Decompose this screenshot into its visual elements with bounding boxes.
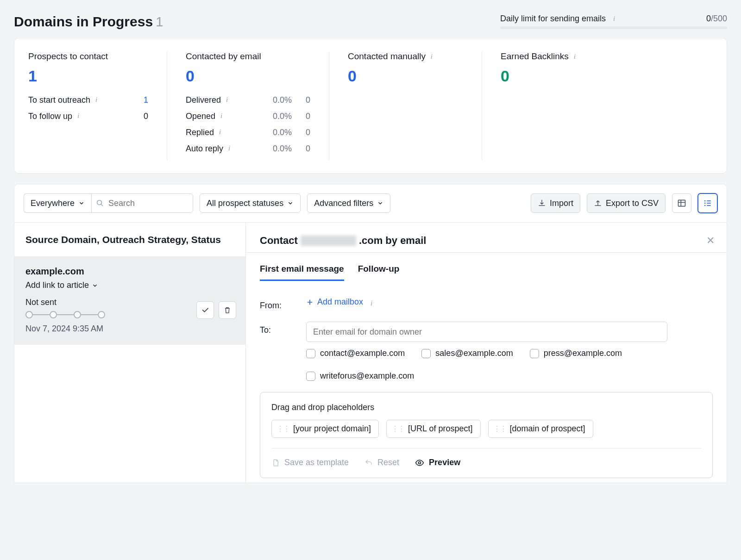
- list-heading: Source Domain, Outreach Strategy, Status: [14, 223, 245, 256]
- list-item-timestamp: Nov 7, 2024 9:35 AM: [25, 324, 234, 334]
- delivered-cnt: 0: [292, 95, 310, 105]
- info-icon[interactable]: i: [92, 96, 100, 104]
- view-list-button[interactable]: [698, 193, 717, 213]
- preview-button[interactable]: Preview: [415, 458, 460, 467]
- list-item[interactable]: example.com Add link to article Not sent…: [14, 256, 245, 345]
- import-button[interactable]: Import: [531, 193, 580, 213]
- svg-rect-2: [678, 200, 685, 206]
- download-icon: [538, 199, 546, 207]
- svg-point-11: [419, 461, 421, 464]
- daily-limit-bar: [500, 26, 727, 29]
- checkbox-icon: [306, 372, 315, 381]
- placeholders-title: Drag and drop placeholders: [271, 403, 701, 412]
- email-option[interactable]: sales@example.com: [421, 348, 513, 358]
- svg-line-1: [101, 204, 103, 206]
- toolbar: Everywhere All prospect statuses Advance…: [14, 184, 727, 222]
- contact-title: Contact .com by email: [260, 235, 713, 247]
- redacted-domain: [301, 236, 356, 246]
- check-icon: [201, 306, 209, 314]
- prospects-value[interactable]: 1: [28, 67, 148, 85]
- advanced-filters-button[interactable]: Advanced filters: [307, 193, 390, 213]
- info-icon[interactable]: i: [427, 53, 436, 61]
- to-start-label: To start outreach: [28, 95, 90, 105]
- info-icon[interactable]: i: [216, 128, 224, 137]
- trash-icon: [223, 306, 232, 314]
- backlinks-label: Earned Backlinks: [501, 51, 569, 61]
- opened-cnt: 0: [292, 112, 310, 121]
- upload-icon: [594, 199, 602, 207]
- close-icon[interactable]: ✕: [706, 235, 715, 247]
- email-option[interactable]: contact@example.com: [306, 348, 405, 358]
- tab-follow-up[interactable]: Follow-up: [358, 264, 400, 281]
- plus-icon: [306, 299, 314, 306]
- info-icon[interactable]: i: [74, 112, 82, 120]
- chevron-down-icon: [78, 200, 85, 206]
- chevron-down-icon: [377, 200, 383, 206]
- autoreply-cnt: 0: [292, 144, 310, 154]
- status-filter-dropdown[interactable]: All prospect statuses: [200, 193, 301, 213]
- daily-limit-used: 0: [706, 14, 711, 23]
- email-option[interactable]: press@example.com: [530, 348, 622, 358]
- to-follow-label: To follow up: [28, 112, 72, 121]
- opened-pct: 0.0%: [259, 112, 292, 121]
- page-title-count: 1: [156, 14, 163, 29]
- replied-pct: 0.0%: [259, 128, 292, 137]
- drag-icon: ⋮⋮: [493, 424, 506, 433]
- page-title: Domains in Progress1: [14, 14, 163, 30]
- delivered-pct: 0.0%: [259, 95, 292, 105]
- save-template-button[interactable]: Save as template: [271, 458, 349, 467]
- eye-icon: [415, 458, 424, 467]
- tab-first-email[interactable]: First email message: [260, 264, 344, 281]
- reset-button[interactable]: Reset: [364, 458, 399, 467]
- table-icon: [677, 199, 686, 208]
- stats-card: Prospects to contact 1 To start outreach…: [14, 38, 727, 174]
- placeholder-chip[interactable]: ⋮⋮[URL of prospect]: [386, 420, 480, 438]
- to-follow-value: 0: [130, 112, 148, 121]
- replied-label: Replied: [186, 128, 214, 137]
- search-input[interactable]: [91, 193, 193, 213]
- to-start-value[interactable]: 1: [139, 95, 148, 105]
- drag-icon: ⋮⋮: [276, 424, 289, 433]
- replied-cnt: 0: [292, 128, 310, 137]
- prospects-label: Prospects to contact: [28, 51, 148, 62]
- email-option[interactable]: writeforus@example.com: [306, 371, 414, 381]
- daily-limit-label: Daily limit for sending emails: [500, 14, 606, 23]
- info-icon[interactable]: i: [610, 15, 618, 23]
- view-table-button[interactable]: [672, 193, 691, 213]
- opened-label: Opened: [186, 112, 215, 121]
- file-icon: [271, 459, 280, 467]
- list-item-domain: example.com: [25, 266, 234, 277]
- drag-icon: ⋮⋮: [391, 424, 404, 433]
- info-icon[interactable]: i: [217, 112, 226, 120]
- placeholders-panel: Drag and drop placeholders ⋮⋮[your proje…: [260, 392, 713, 478]
- scope-dropdown[interactable]: Everywhere: [24, 193, 91, 213]
- svg-point-6: [704, 203, 706, 204]
- export-csv-button[interactable]: Export to CSV: [587, 193, 666, 213]
- svg-point-7: [704, 205, 706, 206]
- to-label: To:: [260, 322, 306, 335]
- add-link-dropdown[interactable]: Add link to article: [25, 280, 234, 290]
- info-icon[interactable]: i: [225, 144, 233, 153]
- placeholder-chip[interactable]: ⋮⋮[domain of prospect]: [488, 420, 593, 438]
- emailed-label: Contacted by email: [186, 51, 310, 62]
- svg-point-0: [97, 200, 102, 205]
- chevron-down-icon: [287, 200, 294, 206]
- manual-value[interactable]: 0: [348, 67, 463, 85]
- placeholder-chip[interactable]: ⋮⋮[your project domain]: [271, 420, 379, 438]
- add-mailbox-button[interactable]: Add mailbox: [306, 297, 363, 307]
- to-input[interactable]: [306, 322, 667, 342]
- list-icon: [703, 199, 712, 208]
- daily-limit-total: /500: [711, 14, 727, 23]
- backlinks-value[interactable]: 0: [501, 67, 694, 85]
- autoreply-label: Auto reply: [186, 144, 223, 154]
- info-icon[interactable]: i: [223, 96, 231, 104]
- emailed-value[interactable]: 0: [186, 67, 310, 85]
- checkbox-icon: [530, 349, 539, 358]
- info-icon[interactable]: i: [571, 53, 579, 61]
- chevron-down-icon: [92, 282, 98, 289]
- manual-label: Contacted manually: [348, 51, 426, 61]
- mark-done-button[interactable]: [196, 301, 214, 319]
- delete-button[interactable]: [219, 301, 236, 319]
- svg-point-5: [704, 200, 706, 202]
- info-icon[interactable]: i: [367, 299, 376, 307]
